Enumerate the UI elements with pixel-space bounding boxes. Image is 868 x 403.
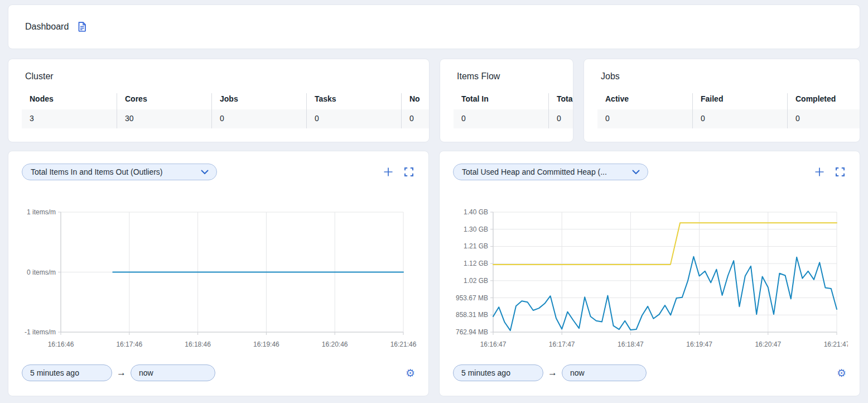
x-tick-label: 16:19:47 <box>686 340 712 348</box>
stats-row: Cluster Nodes3Cores30Jobs0Tasks0No0 Item… <box>8 59 860 142</box>
stat-value: 0 <box>402 109 430 128</box>
x-tick-label: 16:16:47 <box>480 340 507 348</box>
items-metric-select-label: Total Items In and Items Out (Outliers) <box>31 167 163 176</box>
gear-icon[interactable]: ⚙ <box>837 368 846 378</box>
y-tick-label: 1.30 GB <box>464 226 488 233</box>
stat-value: 0 <box>788 109 860 128</box>
stat-value: 0 <box>212 109 306 128</box>
heap-metric-select[interactable]: Total Used Heap and Committed Heap (... <box>453 164 648 180</box>
gear-icon[interactable]: ⚙ <box>406 368 415 378</box>
cluster-card-title: Cluster <box>25 71 429 81</box>
stat-value: 0 <box>549 109 573 128</box>
column-header: Jobs <box>212 93 306 109</box>
document-icon[interactable] <box>76 21 88 32</box>
items-flow-card-title: Items Flow <box>457 71 573 81</box>
cluster-table: Nodes3Cores30Jobs0Tasks0No0 <box>22 93 429 128</box>
items-flow-table: Total In0Total Out0 <box>454 93 573 128</box>
x-tick-label: 16:20:47 <box>755 340 781 348</box>
jobs-card: Jobs Active0Failed0Completed0 <box>584 59 860 142</box>
stat-value: 0 <box>597 109 692 128</box>
heap-metric-select-label: Total Used Heap and Committed Heap (... <box>462 167 607 176</box>
dashboard-page: Dashboard Cluster Nodes3Cores30Jobs0Task… <box>0 0 868 403</box>
y-tick-label: 1.02 GB <box>464 277 488 285</box>
time-to-input[interactable] <box>131 364 215 381</box>
stat-column: Tasks0 <box>306 93 401 128</box>
items-chart-card: Total Items In and Items Out (Outliers) <box>8 151 429 396</box>
jobs-table: Active0Failed0Completed0 <box>597 93 860 128</box>
y-tick-label: 858.31 MB <box>456 311 488 319</box>
column-header: Tasks <box>307 93 401 109</box>
column-header: Total In <box>454 93 548 109</box>
heap-chart-header: Total Used Heap and Committed Heap (... <box>453 164 846 180</box>
heap-chart-actions <box>814 167 845 177</box>
add-widget-icon[interactable] <box>383 167 393 177</box>
y-tick-label: 953.67 MB <box>456 294 488 302</box>
time-to-input[interactable] <box>562 364 647 381</box>
stat-value: 0 <box>693 109 787 128</box>
chevron-down-icon <box>632 170 640 175</box>
y-tick-label: 0 items/m <box>27 268 56 276</box>
items-chart-header: Total Items In and Items Out (Outliers) <box>22 164 415 180</box>
header-card: Dashboard <box>8 4 860 49</box>
column-header: Active <box>597 93 692 109</box>
y-tick-label: -1 items/m <box>25 328 56 336</box>
column-header: Completed <box>788 93 860 109</box>
stat-value: 0 <box>307 109 401 128</box>
heap-chart[interactable]: 16:16:4716:17:4716:18:4716:19:4716:20:47… <box>453 205 846 354</box>
x-tick-label: 16:17:46 <box>116 340 142 348</box>
stat-column: Nodes3 <box>22 93 117 128</box>
x-tick-label: 16:17:47 <box>549 340 575 348</box>
arrow-right-icon: → <box>117 367 126 378</box>
x-tick-label: 16:16:46 <box>48 340 74 348</box>
y-tick-label: 762.94 MB <box>456 328 488 336</box>
stat-column: Jobs0 <box>211 93 306 128</box>
x-tick-label: 16:18:46 <box>185 340 211 348</box>
y-tick-label: 1.12 GB <box>464 260 488 267</box>
cluster-card: Cluster Nodes3Cores30Jobs0Tasks0No0 <box>8 59 430 142</box>
x-tick-label: 16:20:46 <box>322 340 348 348</box>
stat-value: 0 <box>454 109 548 128</box>
items-metric-select[interactable]: Total Items In and Items Out (Outliers) <box>22 164 217 180</box>
stat-value: 3 <box>22 109 117 128</box>
items-chart-actions <box>383 167 414 177</box>
page-title: Dashboard <box>25 22 69 32</box>
time-from-input[interactable] <box>22 364 112 381</box>
column-header: Failed <box>693 93 787 109</box>
column-header: Total Out <box>549 93 573 109</box>
time-from-input[interactable] <box>453 364 543 381</box>
items-flow-card: Items Flow Total In0Total Out0 <box>440 59 573 142</box>
x-tick-label: 16:21:46 <box>390 340 417 348</box>
series-line-used-heap <box>493 257 837 330</box>
chevron-down-icon <box>201 170 209 175</box>
x-tick-label: 16:19:46 <box>253 340 279 348</box>
heap-chart-footer: → ⚙ <box>453 364 846 381</box>
y-tick-label: 1.40 GB <box>464 208 488 216</box>
x-tick-label: 16:18:47 <box>618 340 644 348</box>
stat-column: Cores30 <box>117 93 211 128</box>
fullscreen-icon[interactable] <box>404 167 414 177</box>
stat-column: Active0 <box>597 93 692 128</box>
charts-row: Total Items In and Items Out (Outliers) <box>8 151 860 396</box>
stat-column: Completed0 <box>787 93 860 128</box>
column-header: Cores <box>117 93 211 109</box>
x-tick-label: 16:21:47 <box>824 340 848 348</box>
stat-column: Total In0 <box>454 93 548 128</box>
y-tick-label: 1.21 GB <box>464 242 488 250</box>
stat-column: Failed0 <box>692 93 787 128</box>
stat-column: No0 <box>401 93 430 128</box>
column-header: Nodes <box>22 93 117 109</box>
fullscreen-icon[interactable] <box>835 167 845 177</box>
stat-value: 30 <box>117 109 211 128</box>
items-chart[interactable]: 16:16:4616:17:4616:18:4616:19:4616:20:46… <box>22 205 415 354</box>
add-widget-icon[interactable] <box>814 167 824 177</box>
jobs-card-title: Jobs <box>601 71 860 81</box>
stat-column: Total Out0 <box>548 93 573 128</box>
y-tick-label: 1 items/m <box>27 208 56 216</box>
heap-chart-card: Total Used Heap and Committed Heap (... <box>439 151 860 396</box>
column-header: No <box>402 93 430 109</box>
line-chart-heap[interactable]: 16:16:4716:17:4716:18:4716:19:4716:20:47… <box>453 205 848 352</box>
items-chart-footer: → ⚙ <box>22 364 415 381</box>
line-chart-items[interactable]: 16:16:4616:17:4616:18:4616:19:4616:20:46… <box>22 205 417 352</box>
arrow-right-icon: → <box>548 367 557 378</box>
